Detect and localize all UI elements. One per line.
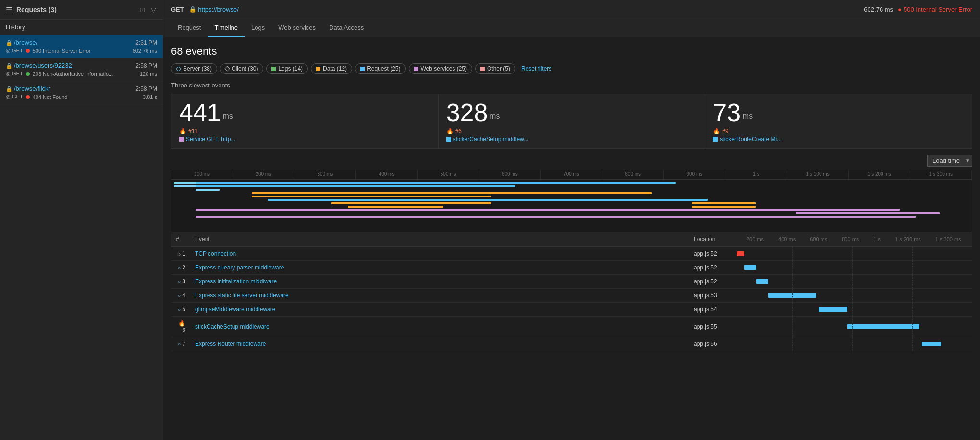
row-location-1: app.js 52	[689, 261, 732, 275]
tab-timeline[interactable]: Timeline	[208, 19, 245, 37]
row-location-5: app.js 55	[689, 317, 732, 337]
timeline-content: 68 events Server (38)Client (30)Logs (14…	[163, 37, 980, 359]
event-flame-icon-5: 🔥	[178, 320, 185, 327]
event-circle-icon-6: ○	[178, 342, 181, 347]
load-time-select[interactable]: Load time	[927, 155, 972, 167]
slowest-ms-0: 441	[179, 98, 221, 126]
flame-icon-2: 🔥	[713, 128, 720, 134]
slowest-unit-2: ms	[743, 112, 753, 120]
filter-pill-0[interactable]: Server (38)	[171, 63, 217, 74]
slowest-num-2: 🔥 #9	[713, 128, 964, 134]
topbar-right: 602.76 ms ● 500 Internal Server Error	[864, 6, 972, 13]
row-bar-5	[732, 317, 972, 337]
filter-pill-4[interactable]: Request (25)	[355, 63, 405, 74]
slowest-value-2: 73 ms	[713, 100, 964, 125]
request-time-2: 2:58 PM	[135, 86, 157, 92]
event-link-0[interactable]: TCP connection	[195, 250, 236, 257]
event-link-1[interactable]: Express queary parser middleware	[195, 264, 284, 271]
timeline-bars-area	[172, 180, 972, 232]
filter-pill-3[interactable]: Data (12)	[311, 63, 352, 74]
timeline-bar-3	[196, 182, 676, 184]
lock-icon-2: 🔒	[6, 86, 12, 92]
slowest-unit-0: ms	[222, 112, 233, 120]
event-link-6[interactable]: Express Router middleware	[195, 341, 266, 347]
topbar-left: GET 🔒 https://browse/	[171, 6, 239, 13]
pill-label-0: Server (38)	[183, 65, 212, 72]
pill-label-1: Client (30)	[232, 65, 258, 72]
slowest-num-1: 🔥 #6	[446, 128, 698, 134]
hamburger-icon[interactable]: ☰	[6, 5, 12, 14]
event-link-4[interactable]: glimpseMiddleware middleware	[195, 306, 275, 313]
filter-pill-1[interactable]: Client (30)	[220, 63, 263, 74]
sidebar-requests-title: Requests (3)	[16, 6, 57, 13]
filter-pill-2[interactable]: Logs (14)	[266, 63, 308, 74]
pill-label-3: Data (12)	[323, 65, 347, 72]
sidebar-camera-icon[interactable]: ⊡	[138, 5, 146, 14]
request-url-1: 🔒/browse/users/92232	[6, 62, 72, 69]
table-row-1: ○ 2 Express queary parser middleware app…	[171, 261, 972, 275]
event-link-2[interactable]: Express inititalization middlware	[195, 278, 277, 285]
tab-request[interactable]: Request	[171, 19, 208, 37]
table-row-3: ○ 4 Express static file server middlewar…	[171, 289, 972, 303]
main-panel: GET 🔒 https://browse/ 602.76 ms ● 500 In…	[163, 0, 980, 440]
table-row-2: ○ 3 Express inititalization middlware ap…	[171, 275, 972, 289]
pill-label-6: Other (5)	[487, 65, 510, 72]
events-count: 68 events	[171, 45, 972, 58]
sidebar-header: ☰ Requests (3) ⊡ ▽	[0, 0, 163, 20]
row-event-5: stickCacheSetup middleware	[190, 317, 689, 337]
filter-pill-5[interactable]: Web services (25)	[409, 63, 472, 74]
row-event-4: glimpseMiddleware middleware	[190, 303, 689, 317]
timeline-bar-4	[196, 185, 515, 187]
sidebar-actions: ⊡ ▽	[138, 5, 157, 14]
col-header-bar: 200 ms400 ms600 ms800 ms1 s1 s 200 ms1 s…	[732, 232, 972, 247]
ruler-tick-5: 600 ms	[479, 170, 541, 179]
ruler-tick-4: 500 ms	[418, 170, 479, 179]
url-lock-icon: 🔒	[189, 6, 196, 13]
slowest-cards: 441 ms 🔥 #11 Service GET: http... 328 ms…	[171, 94, 972, 149]
row-location-6: app.js 56	[689, 337, 732, 351]
pill-icon-0	[176, 67, 181, 71]
reset-filters-btn[interactable]: Reset filters	[518, 64, 554, 73]
request-ms-2: 3.81 s	[143, 94, 157, 100]
request-ms-1: 120 ms	[140, 71, 157, 77]
timeline-bar-10	[692, 202, 756, 204]
tab-bar: RequestTimelineLogsWeb servicesData Acce…	[163, 19, 980, 37]
pill-label-4: Request (25)	[367, 65, 400, 72]
request-list: 🔒/browse/ 2:31 PM ◎ GET 500 Internal Ser…	[0, 35, 163, 104]
request-ms-0: 602.76 ms	[133, 48, 157, 54]
pill-icon-3	[316, 67, 320, 71]
slowest-num-0: 🔥 #11	[179, 128, 430, 134]
row-location-2: app.js 52	[689, 275, 732, 289]
load-time-wrapper: Load time	[927, 155, 972, 167]
row-location-0: app.js 52	[689, 247, 732, 261]
table-row-5: 🔥 6 stickCacheSetup middleware app.js 55	[171, 317, 972, 337]
ruler-tick-6: 700 ms	[541, 170, 602, 179]
response-time-display: 602.76 ms	[864, 6, 893, 13]
table-row-4: ○ 5 glimpseMiddleware middleware app.js …	[171, 303, 972, 317]
timeline-bar-2	[196, 189, 220, 191]
method-0: ◎ GET	[6, 48, 23, 54]
pill-icon-5	[414, 67, 418, 71]
event-link-3[interactable]: Express static file server middleware	[195, 292, 289, 299]
row-num-5: 🔥 6	[171, 317, 190, 337]
tab-web-services[interactable]: Web services	[271, 19, 322, 37]
tab-logs[interactable]: Logs	[245, 19, 271, 37]
timeline-bar-7	[268, 199, 708, 201]
timeline-bar-6	[252, 196, 492, 197]
tab-data-access[interactable]: Data Access	[322, 19, 370, 37]
event-circle-icon-2: ○	[178, 279, 181, 284]
request-item-0[interactable]: 🔒/browse/ 2:31 PM ◎ GET 500 Internal Ser…	[0, 35, 163, 58]
flame-icon-0: 🔥	[179, 128, 186, 134]
filter-pill-6[interactable]: Other (5)	[475, 63, 515, 74]
status-text-0: 500 Internal Server Error	[33, 48, 91, 54]
timeline-bar-9	[348, 206, 444, 208]
pill-icon-4	[360, 67, 365, 71]
ruler-tick-12: 1 s 300 ms	[910, 170, 972, 179]
sidebar-filter-icon[interactable]: ▽	[150, 5, 157, 14]
slowest-value-0: 441 ms	[179, 100, 430, 125]
request-item-2[interactable]: 🔒/browse/flickr 2:58 PM ◎ GET 404 Not Fo…	[0, 81, 163, 104]
event-link-5[interactable]: stickCacheSetup middleware	[195, 323, 270, 330]
request-item-1[interactable]: 🔒/browse/users/92232 2:58 PM ◎ GET 203 N…	[0, 58, 163, 81]
event-diamond-icon-0: ◇	[177, 251, 181, 257]
timeline-chart: 100 ms200 ms300 ms400 ms500 ms600 ms700 …	[171, 170, 972, 232]
